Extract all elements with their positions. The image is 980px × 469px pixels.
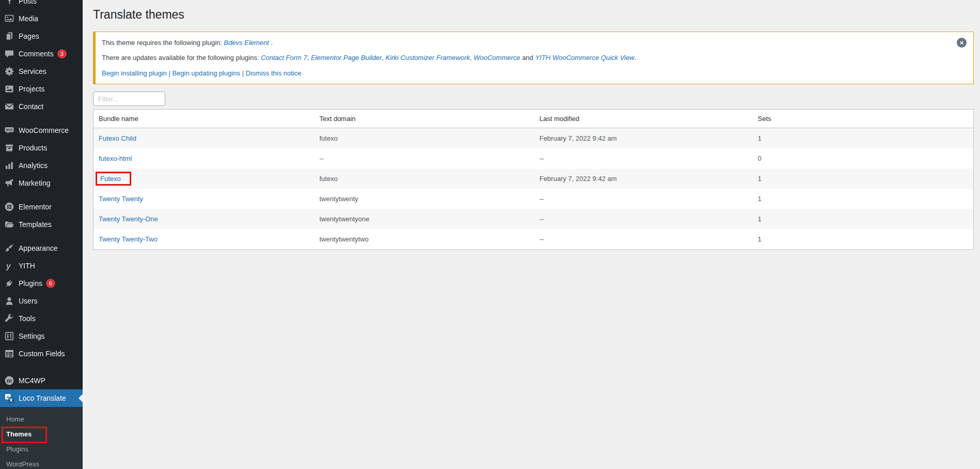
submenu-item-wordpress[interactable]: WordPress (0, 457, 83, 469)
plugin-icon (4, 278, 14, 289)
sidebar-item-projects[interactable]: Projects (0, 80, 83, 98)
table-row: Twenty Twenty twentytwenty -- 1 (94, 189, 974, 209)
bundle-link-futexo[interactable]: Futexo (100, 175, 121, 183)
sidebar-item-label: Settings (19, 332, 45, 340)
notice-text: There are updates available for the foll… (102, 54, 261, 62)
submenu-item-plugins[interactable]: Plugins (0, 442, 83, 457)
yith-quick-view-link[interactable]: YITH WooCommerce Quick View (535, 54, 634, 62)
table-row: Twenty Twenty-One twentytwentyone -- 1 (94, 209, 974, 229)
filter-input[interactable] (93, 92, 165, 106)
sidebar-item-label: Users (19, 297, 38, 305)
sidebar-item-yith[interactable]: y YITH (0, 257, 83, 275)
bundle-link-twenty-twenty-one[interactable]: Twenty Twenty-One (99, 215, 158, 223)
sidebar-item-templates[interactable]: Templates (0, 216, 83, 233)
sidebar-item-label: Comments (19, 50, 54, 58)
sidebar-item-marketing[interactable]: Marketing (0, 174, 83, 192)
sidebar-item-plugins[interactable]: Plugins 6 (0, 275, 83, 292)
dismiss-this-notice-link[interactable]: Dismiss this notice (246, 69, 302, 77)
sidebar-item-posts[interactable]: Posts (0, 0, 83, 10)
woocommerce-icon: WOO (4, 125, 14, 135)
table-row: Futexo Child futexo February 7, 2022 9:4… (94, 128, 974, 149)
loco-translate-submenu: Home Themes Plugins WordPress (0, 407, 83, 469)
sidebar-item-appearance[interactable]: Appearance (0, 239, 83, 257)
table-icon (4, 349, 14, 359)
sets-cell: 1 (753, 229, 974, 250)
begin-updating-plugins-link[interactable]: Begin updating plugins (172, 69, 240, 77)
bundle-link-twenty-twenty[interactable]: Twenty Twenty (99, 195, 143, 203)
box-icon (4, 143, 14, 153)
submenu-item-themes[interactable]: Themes (0, 427, 83, 442)
sets-cell: 1 (753, 169, 974, 189)
sidebar-item-label: Marketing (19, 179, 50, 187)
yith-icon: y (4, 261, 14, 271)
svg-text:WOO: WOO (6, 128, 13, 131)
column-header-last-modified: Last modified (534, 110, 753, 128)
sidebar-item-products[interactable]: Products (0, 139, 83, 157)
menu-separator (0, 192, 83, 198)
contact-form-7-link[interactable]: Contact Form 7 (261, 54, 307, 62)
woocommerce-link[interactable]: WooCommerce (474, 54, 520, 62)
brush-icon (4, 243, 14, 253)
image-icon (4, 84, 14, 94)
sidebar-item-label: Services (19, 67, 46, 75)
sidebar-item-woocommerce[interactable]: WOO WooCommerce (0, 122, 83, 139)
submenu-item-label: Themes (6, 430, 32, 438)
text-domain-cell: futexo (314, 169, 534, 189)
column-header-sets: Sets (753, 110, 974, 128)
last-modified-cell: -- (534, 148, 753, 169)
notice-text: and (520, 54, 535, 62)
notice-line-updates: There are updates available for the foll… (102, 53, 950, 63)
column-header-text-domain: Text domain (314, 110, 534, 128)
notice-text: , (307, 54, 310, 62)
sidebar-item-tools[interactable]: Tools (0, 310, 83, 327)
sidebar-item-label: Tools (19, 314, 36, 323)
elementor-page-builder-link[interactable]: Elementor Page Builder (311, 54, 382, 62)
kirki-customizer-framework-link[interactable]: Kirki Customizer Framework (385, 54, 470, 62)
sidebar-item-mc4wp[interactable]: m MC4WP (0, 372, 83, 389)
text-domain-cell: twentytwentytwo (314, 229, 534, 250)
megaphone-icon (4, 178, 14, 188)
bundle-link-twenty-twenty-two[interactable]: Twenty Twenty-Two (99, 235, 158, 243)
bundle-link-futexo-html[interactable]: futexo-html (99, 155, 132, 162)
table-row: futexo-html -- -- 0 (94, 148, 974, 169)
sidebar-item-users[interactable]: Users (0, 292, 83, 310)
sidebar-item-services[interactable]: Services (0, 63, 83, 80)
last-modified-cell: -- (534, 229, 753, 250)
user-icon (4, 296, 14, 306)
elementor-icon (4, 202, 14, 212)
sidebar-item-label: Elementor (19, 203, 52, 211)
text-domain-cell: twentytwentyone (314, 209, 534, 229)
submenu-item-label: Plugins (6, 445, 28, 453)
media-icon (4, 13, 14, 24)
last-modified-cell: February 7, 2022 9:42 am (534, 169, 753, 189)
sidebar-item-media[interactable]: Media (0, 10, 83, 27)
bundle-link-futexo-child[interactable]: Futexo Child (99, 134, 136, 142)
bdevs-element-link[interactable]: Bdevs Element (224, 39, 269, 47)
sliders-icon (4, 331, 14, 341)
separator: | (240, 69, 246, 77)
close-icon[interactable]: × (957, 38, 967, 48)
sets-cell: 1 (753, 209, 974, 229)
table-row: Futexo futexo February 7, 2022 9:42 am 1 (94, 169, 974, 189)
text-domain-cell: -- (314, 148, 534, 169)
submenu-item-label: Home (6, 415, 24, 423)
sidebar-item-comments[interactable]: Comments 3 (0, 45, 83, 63)
last-modified-cell: -- (534, 189, 753, 209)
column-header-bundle-name: Bundle name (94, 110, 315, 128)
sidebar-item-label: Pages (19, 32, 39, 40)
sidebar-item-label: WooCommerce (19, 126, 69, 134)
sidebar-item-label: MC4WP (19, 376, 45, 385)
begin-installing-plugin-link[interactable]: Begin installing plugin (102, 69, 167, 77)
svg-text:m: m (7, 377, 12, 384)
sidebar-item-settings[interactable]: Settings (0, 327, 83, 345)
sidebar-item-pages[interactable]: Pages (0, 27, 83, 45)
sidebar-item-analytics[interactable]: Analytics (0, 157, 83, 174)
last-modified-cell: February 7, 2022 9:42 am (534, 128, 753, 149)
sidebar-item-loco-translate[interactable]: A Loco Translate (0, 389, 83, 407)
sidebar-item-custom-fields[interactable]: Custom Fields (0, 345, 83, 362)
sidebar-item-elementor[interactable]: Elementor (0, 198, 83, 216)
plugin-notice: × This theme requires the following plug… (93, 32, 974, 85)
pin-icon (4, 0, 14, 6)
sidebar-item-contact[interactable]: Contact (0, 98, 83, 115)
submenu-item-home[interactable]: Home (0, 412, 83, 427)
